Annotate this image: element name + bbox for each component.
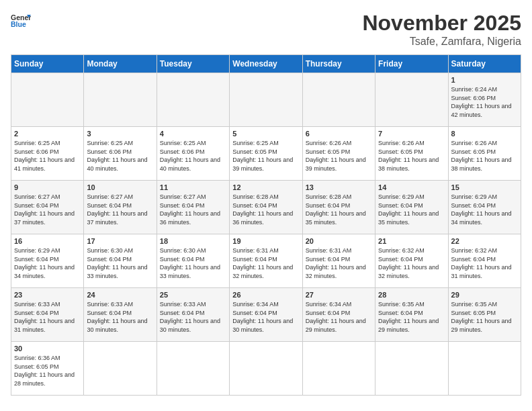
calendar-cell: 2Sunrise: 6:25 AM Sunset: 6:06 PM Daylig… bbox=[11, 127, 84, 181]
calendar-cell: 5Sunrise: 6:25 AM Sunset: 6:05 PM Daylig… bbox=[230, 127, 302, 181]
day-info: Sunrise: 6:29 AM Sunset: 6:04 PM Dayligh… bbox=[14, 246, 81, 280]
calendar-cell: 4Sunrise: 6:25 AM Sunset: 6:06 PM Daylig… bbox=[157, 127, 229, 181]
day-number: 8 bbox=[451, 130, 518, 138]
calendar-cell: 17Sunrise: 6:30 AM Sunset: 6:04 PM Dayli… bbox=[84, 234, 157, 288]
calendar-cell: 26Sunrise: 6:34 AM Sunset: 6:04 PM Dayli… bbox=[230, 288, 302, 342]
month-title: November 2025 bbox=[362, 11, 521, 36]
calendar-cell: 13Sunrise: 6:28 AM Sunset: 6:04 PM Dayli… bbox=[302, 181, 375, 234]
day-info: Sunrise: 6:30 AM Sunset: 6:04 PM Dayligh… bbox=[87, 246, 153, 280]
page-header: General Blue November 2025 Tsafe, Zamfar… bbox=[11, 11, 521, 48]
calendar-table: SundayMondayTuesdayWednesdayThursdayFrid… bbox=[11, 54, 521, 396]
day-number: 17 bbox=[87, 237, 153, 245]
day-number: 27 bbox=[306, 291, 372, 299]
day-info: Sunrise: 6:25 AM Sunset: 6:06 PM Dayligh… bbox=[14, 139, 81, 173]
day-number: 19 bbox=[232, 237, 299, 245]
logo-icon: General Blue bbox=[11, 11, 31, 31]
day-number: 26 bbox=[232, 291, 299, 299]
calendar-week-3: 9Sunrise: 6:27 AM Sunset: 6:04 PM Daylig… bbox=[11, 181, 521, 234]
day-number: 1 bbox=[451, 76, 518, 84]
weekday-header-tuesday: Tuesday bbox=[157, 55, 229, 73]
calendar-cell: 25Sunrise: 6:33 AM Sunset: 6:04 PM Dayli… bbox=[157, 288, 229, 342]
day-number: 13 bbox=[306, 183, 372, 191]
calendar-cell: 21Sunrise: 6:32 AM Sunset: 6:04 PM Dayli… bbox=[375, 234, 448, 288]
calendar-cell bbox=[302, 342, 375, 396]
calendar-week-4: 16Sunrise: 6:29 AM Sunset: 6:04 PM Dayli… bbox=[11, 234, 521, 288]
day-number: 5 bbox=[232, 130, 299, 138]
day-number: 21 bbox=[378, 237, 445, 245]
day-number: 10 bbox=[87, 183, 153, 191]
day-number: 20 bbox=[306, 237, 372, 245]
calendar-cell: 3Sunrise: 6:25 AM Sunset: 6:06 PM Daylig… bbox=[84, 127, 157, 181]
weekday-header-thursday: Thursday bbox=[302, 55, 375, 73]
calendar-cell: 6Sunrise: 6:26 AM Sunset: 6:05 PM Daylig… bbox=[302, 127, 375, 181]
day-info: Sunrise: 6:24 AM Sunset: 6:06 PM Dayligh… bbox=[451, 85, 518, 119]
svg-text:Blue: Blue bbox=[11, 20, 26, 28]
day-number: 29 bbox=[451, 291, 518, 299]
day-number: 11 bbox=[160, 183, 226, 191]
day-number: 25 bbox=[160, 291, 226, 299]
day-number: 12 bbox=[232, 183, 299, 191]
calendar-cell: 19Sunrise: 6:31 AM Sunset: 6:04 PM Dayli… bbox=[230, 234, 302, 288]
day-info: Sunrise: 6:32 AM Sunset: 6:04 PM Dayligh… bbox=[451, 246, 518, 280]
day-info: Sunrise: 6:33 AM Sunset: 6:04 PM Dayligh… bbox=[160, 300, 226, 334]
day-number: 18 bbox=[160, 237, 226, 245]
calendar-cell: 27Sunrise: 6:34 AM Sunset: 6:04 PM Dayli… bbox=[302, 288, 375, 342]
calendar-cell: 9Sunrise: 6:27 AM Sunset: 6:04 PM Daylig… bbox=[11, 181, 84, 234]
day-info: Sunrise: 6:35 AM Sunset: 6:05 PM Dayligh… bbox=[451, 300, 518, 334]
calendar-cell bbox=[157, 342, 229, 396]
day-info: Sunrise: 6:27 AM Sunset: 6:04 PM Dayligh… bbox=[87, 193, 153, 226]
title-block: November 2025 Tsafe, Zamfara, Nigeria bbox=[362, 11, 521, 48]
weekday-header-monday: Monday bbox=[84, 55, 157, 73]
day-number: 28 bbox=[378, 291, 445, 299]
day-info: Sunrise: 6:27 AM Sunset: 6:04 PM Dayligh… bbox=[14, 193, 81, 226]
calendar-cell: 23Sunrise: 6:33 AM Sunset: 6:04 PM Dayli… bbox=[11, 288, 84, 342]
day-info: Sunrise: 6:36 AM Sunset: 6:05 PM Dayligh… bbox=[14, 354, 81, 387]
calendar-header: SundayMondayTuesdayWednesdayThursdayFrid… bbox=[11, 55, 521, 73]
day-number: 3 bbox=[87, 130, 153, 138]
calendar-cell bbox=[375, 73, 448, 127]
calendar-week-5: 23Sunrise: 6:33 AM Sunset: 6:04 PM Dayli… bbox=[11, 288, 521, 342]
calendar-cell: 20Sunrise: 6:31 AM Sunset: 6:04 PM Dayli… bbox=[302, 234, 375, 288]
calendar-cell bbox=[84, 73, 157, 127]
calendar-cell: 14Sunrise: 6:29 AM Sunset: 6:04 PM Dayli… bbox=[375, 181, 448, 234]
day-number: 14 bbox=[378, 183, 445, 191]
calendar-cell bbox=[84, 342, 157, 396]
calendar-cell: 10Sunrise: 6:27 AM Sunset: 6:04 PM Dayli… bbox=[84, 181, 157, 234]
calendar-cell: 1Sunrise: 6:24 AM Sunset: 6:06 PM Daylig… bbox=[448, 73, 521, 127]
day-info: Sunrise: 6:28 AM Sunset: 6:04 PM Dayligh… bbox=[306, 193, 372, 226]
calendar-cell bbox=[448, 342, 521, 396]
day-number: 4 bbox=[160, 130, 226, 138]
calendar-cell bbox=[230, 73, 302, 127]
day-info: Sunrise: 6:31 AM Sunset: 6:04 PM Dayligh… bbox=[306, 246, 372, 280]
calendar-cell: 12Sunrise: 6:28 AM Sunset: 6:04 PM Dayli… bbox=[230, 181, 302, 234]
calendar-cell: 7Sunrise: 6:26 AM Sunset: 6:05 PM Daylig… bbox=[375, 127, 448, 181]
day-info: Sunrise: 6:34 AM Sunset: 6:04 PM Dayligh… bbox=[306, 300, 372, 334]
calendar-cell: 28Sunrise: 6:35 AM Sunset: 6:04 PM Dayli… bbox=[375, 288, 448, 342]
day-number: 23 bbox=[14, 291, 81, 299]
day-info: Sunrise: 6:25 AM Sunset: 6:05 PM Dayligh… bbox=[232, 139, 299, 173]
calendar-cell: 29Sunrise: 6:35 AM Sunset: 6:05 PM Dayli… bbox=[448, 288, 521, 342]
logo: General Blue bbox=[11, 11, 31, 31]
day-number: 22 bbox=[451, 237, 518, 245]
calendar-cell: 24Sunrise: 6:33 AM Sunset: 6:04 PM Dayli… bbox=[84, 288, 157, 342]
weekday-header-wednesday: Wednesday bbox=[230, 55, 302, 73]
day-info: Sunrise: 6:34 AM Sunset: 6:04 PM Dayligh… bbox=[232, 300, 299, 334]
calendar-cell: 30Sunrise: 6:36 AM Sunset: 6:05 PM Dayli… bbox=[11, 342, 84, 396]
calendar-week-2: 2Sunrise: 6:25 AM Sunset: 6:06 PM Daylig… bbox=[11, 127, 521, 181]
calendar-cell bbox=[157, 73, 229, 127]
calendar-cell: 15Sunrise: 6:29 AM Sunset: 6:04 PM Dayli… bbox=[448, 181, 521, 234]
weekday-header-friday: Friday bbox=[375, 55, 448, 73]
day-number: 7 bbox=[378, 130, 445, 138]
calendar-cell: 16Sunrise: 6:29 AM Sunset: 6:04 PM Dayli… bbox=[11, 234, 84, 288]
location-title: Tsafe, Zamfara, Nigeria bbox=[362, 36, 521, 48]
day-number: 16 bbox=[14, 237, 81, 245]
calendar-body: 1Sunrise: 6:24 AM Sunset: 6:06 PM Daylig… bbox=[11, 73, 521, 396]
day-info: Sunrise: 6:25 AM Sunset: 6:06 PM Dayligh… bbox=[87, 139, 153, 173]
calendar-cell bbox=[302, 73, 375, 127]
day-number: 24 bbox=[87, 291, 153, 299]
calendar-cell: 22Sunrise: 6:32 AM Sunset: 6:04 PM Dayli… bbox=[448, 234, 521, 288]
day-number: 15 bbox=[451, 183, 518, 191]
calendar-cell: 18Sunrise: 6:30 AM Sunset: 6:04 PM Dayli… bbox=[157, 234, 229, 288]
day-info: Sunrise: 6:27 AM Sunset: 6:04 PM Dayligh… bbox=[160, 193, 226, 226]
day-info: Sunrise: 6:29 AM Sunset: 6:04 PM Dayligh… bbox=[451, 193, 518, 226]
